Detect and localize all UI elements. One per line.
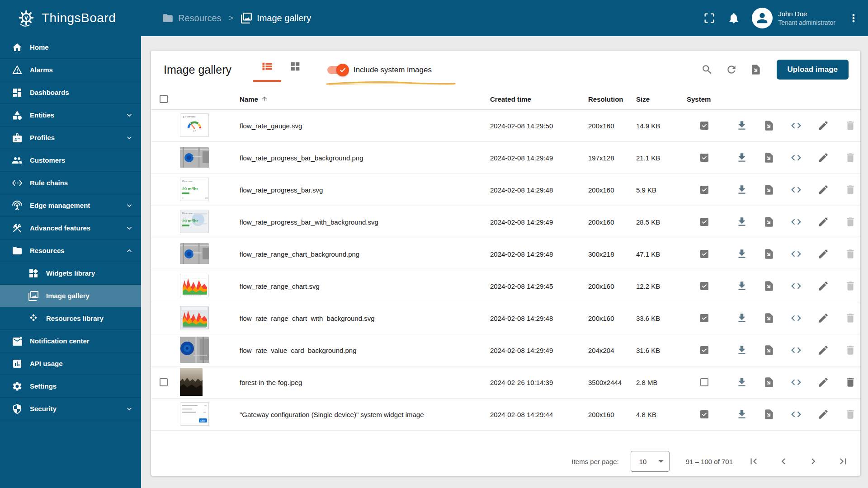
search-button[interactable]	[698, 61, 716, 79]
export-button[interactable]	[760, 213, 778, 231]
sidebar-item-settings[interactable]: Settings	[0, 375, 141, 398]
upload-image-button[interactable]: Upload image	[777, 60, 849, 80]
delete-button[interactable]	[841, 341, 859, 359]
delete-button[interactable]	[841, 373, 859, 391]
export-button[interactable]	[760, 149, 778, 167]
column-header-name[interactable]: Name	[218, 95, 490, 103]
last-page-button[interactable]	[834, 452, 852, 470]
download-button[interactable]	[733, 341, 751, 359]
sidebar-item-widgets-library[interactable]: Widgets library	[0, 262, 141, 285]
image-name[interactable]: flow_rate_range_chart.svg	[218, 282, 490, 290]
embed-button[interactable]	[787, 117, 805, 135]
breadcrumb-image-gallery[interactable]: Image gallery	[241, 12, 311, 24]
download-button[interactable]	[733, 181, 751, 199]
sidebar-item-dashboards[interactable]: Dashboards	[0, 81, 141, 104]
embed-button[interactable]	[787, 373, 805, 391]
embed-button[interactable]	[787, 213, 805, 231]
export-button[interactable]	[760, 405, 778, 423]
sidebar-item-resources[interactable]: Resources	[0, 239, 141, 262]
download-button[interactable]	[733, 117, 751, 135]
sidebar-item-image-gallery[interactable]: Image gallery	[0, 285, 141, 307]
image-thumbnail[interactable]: Flow rate20 m³/hr0100	[180, 178, 209, 202]
image-name[interactable]: flow_rate_range_chart_background.png	[218, 250, 490, 258]
row-checkbox[interactable]	[160, 378, 168, 386]
sidebar-item-alarms[interactable]: Alarms	[0, 59, 141, 81]
previous-page-button[interactable]	[774, 452, 793, 470]
sidebar-item-notification-center[interactable]: Notification center	[0, 330, 141, 352]
download-button[interactable]	[733, 373, 751, 391]
column-header-size[interactable]: Size	[636, 95, 687, 103]
edit-button[interactable]	[814, 149, 832, 167]
delete-button[interactable]	[841, 277, 859, 295]
delete-button[interactable]	[841, 149, 859, 167]
delete-button[interactable]	[841, 245, 859, 263]
edit-button[interactable]	[814, 181, 832, 199]
download-button[interactable]	[733, 277, 751, 295]
sidebar-item-api-usage[interactable]: API usage	[0, 352, 141, 375]
delete-button[interactable]	[841, 117, 859, 135]
edit-button[interactable]	[814, 309, 832, 327]
image-thumbnail[interactable]: 12:00 13:00 14:00 15:00	[180, 274, 209, 299]
image-name[interactable]: flow_rate_range_chart_with_background.sv…	[218, 314, 490, 322]
edit-button[interactable]	[814, 341, 832, 359]
column-header-created-time[interactable]: Created time	[490, 95, 578, 103]
export-button[interactable]	[760, 309, 778, 327]
grid-view-tab[interactable]	[281, 56, 309, 76]
edit-button[interactable]	[814, 405, 832, 423]
sidebar-item-profiles[interactable]: Profiles	[0, 127, 141, 149]
export-button[interactable]	[760, 277, 778, 295]
page-size-select[interactable]: 10	[631, 451, 670, 472]
next-page-button[interactable]	[804, 452, 822, 470]
sidebar-item-entities[interactable]: Entities	[0, 104, 141, 127]
embed-button[interactable]	[787, 245, 805, 263]
edit-button[interactable]	[814, 277, 832, 295]
image-thumbnail[interactable]	[180, 368, 203, 397]
edit-button[interactable]	[814, 117, 832, 135]
image-name[interactable]: flow_rate_gauge.svg	[218, 122, 490, 130]
download-button[interactable]	[733, 309, 751, 327]
embed-button[interactable]	[787, 181, 805, 199]
export-button[interactable]	[760, 373, 778, 391]
image-name[interactable]: "Gateway configuration (Single device)" …	[218, 411, 490, 418]
delete-button[interactable]	[841, 309, 859, 327]
image-thumbnail[interactable]	[180, 243, 209, 265]
image-name[interactable]: flow_rate_value_card_background.png	[218, 347, 490, 354]
app-logo[interactable]: ThingsBoard	[0, 8, 141, 28]
export-button[interactable]	[760, 341, 778, 359]
user-menu[interactable]: John Doe Tenant administrator	[752, 8, 835, 28]
column-header-system[interactable]: System	[687, 95, 730, 103]
edit-button[interactable]	[814, 245, 832, 263]
fullscreen-button[interactable]	[703, 12, 716, 24]
image-name[interactable]: flow_rate_progress_bar.svg	[218, 186, 490, 194]
download-button[interactable]	[733, 213, 751, 231]
notifications-bell-button[interactable]	[727, 12, 740, 24]
image-thumbnail[interactable]: Flow rate20 m³/hr	[180, 210, 209, 235]
delete-button[interactable]	[841, 213, 859, 231]
export-button[interactable]	[760, 181, 778, 199]
edit-button[interactable]	[814, 213, 832, 231]
list-view-tab[interactable]	[253, 56, 281, 76]
include-system-images-switch[interactable]	[327, 66, 347, 74]
sidebar-item-edge-management[interactable]: Edge management	[0, 194, 141, 217]
embed-button[interactable]	[787, 341, 805, 359]
sidebar-item-rule-chains[interactable]: Rule chains	[0, 172, 141, 194]
sidebar-item-security[interactable]: Security	[0, 398, 141, 420]
embed-button[interactable]	[787, 309, 805, 327]
download-button[interactable]	[733, 149, 751, 167]
export-button[interactable]	[760, 245, 778, 263]
download-button[interactable]	[733, 405, 751, 423]
image-name[interactable]: flow_rate_progress_bar_background.png	[218, 154, 490, 162]
first-page-button[interactable]	[745, 452, 763, 470]
embed-button[interactable]	[787, 405, 805, 423]
sidebar-item-home[interactable]: Home	[0, 36, 141, 59]
image-thumbnail[interactable]: Save	[180, 402, 209, 427]
embed-button[interactable]	[787, 277, 805, 295]
image-name[interactable]: flow_rate_progress_bar_with_background.s…	[218, 218, 490, 226]
select-all-checkbox[interactable]	[160, 95, 168, 103]
image-thumbnail[interactable]	[180, 306, 209, 331]
import-image-button[interactable]	[747, 61, 765, 79]
download-button[interactable]	[733, 245, 751, 263]
delete-button[interactable]	[841, 181, 859, 199]
export-button[interactable]	[760, 117, 778, 135]
image-thumbnail[interactable]: ▲ Flow rate4.7	[180, 113, 209, 138]
